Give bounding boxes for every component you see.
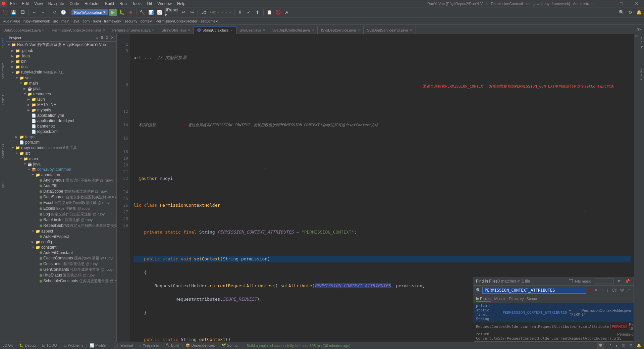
settings-status-btn[interactable]: ⚙ [629, 343, 633, 348]
tree-ratelimiter[interactable]: ▶ RateLimiter 限流注解 @ ruoyi [6, 217, 116, 223]
close-btn[interactable]: ✕ [629, 0, 644, 7]
debug-btn[interactable]: 🐛 [118, 9, 125, 16]
find-result-2[interactable]: return Convert.toStr(RequestContextHolde… [473, 331, 634, 341]
word-btn[interactable]: W [619, 288, 625, 293]
breadcrumb-item-5[interactable]: com [83, 19, 90, 23]
tree-banner[interactable]: ▶ 📄 banner.txt [6, 123, 116, 129]
tree-scheduleconstants[interactable]: ▶ ScheduleConstants 任务调度通用常量 @ ruoyi [6, 278, 116, 284]
no-btn[interactable]: 🚫 [274, 9, 282, 16]
tree-cacheconstants[interactable]: ▶ CacheConstants 缓存的key 常量 @ ruoyi [6, 255, 116, 261]
clear-search-btn[interactable]: ✕ [593, 288, 599, 293]
tab-permissionservice[interactable]: PermissionService.java ✕ [109, 26, 158, 34]
tree-excels[interactable]: ▶ Excels Excel注解集 @ ruoyi [6, 206, 116, 211]
tree-src1[interactable]: ▼ 📁 src [6, 75, 116, 81]
find-tab-module[interactable]: Module [494, 296, 506, 302]
menu-file[interactable]: File [7, 1, 19, 7]
tree-mybatis[interactable]: ▶ 📁 mybatis [6, 107, 116, 113]
refresh-btn[interactable]: ↺ [51, 9, 58, 16]
breadcrumb-item-1[interactable]: ruoyi-framework [23, 19, 50, 23]
spring-panel-btn[interactable]: 🌱 Spring [221, 343, 238, 348]
tab-datascopeaspect[interactable]: DataScopeAspect.java ✕ [0, 26, 48, 34]
tree-root[interactable]: ▼ 📁 RuoYi-Vue 若依管理系统 E:\gitRepos2\RuoYi-… [6, 42, 116, 48]
menu-navigate[interactable]: Navigate [46, 1, 67, 7]
project-panel-btn[interactable]: Project [1, 36, 5, 52]
bookmarks-panel-btn[interactable]: Bookmarks [1, 142, 5, 162]
breadcrumb-item-9[interactable]: context [141, 19, 152, 23]
history-btn[interactable]: 🕐 [60, 9, 67, 16]
tab-stringutils-class-close[interactable]: ✕ [230, 29, 233, 32]
menu-build[interactable]: Build [102, 1, 117, 7]
tree-doc[interactable]: ▶ 📁 doc [6, 64, 116, 69]
save-btn[interactable]: 💾 [10, 9, 17, 16]
sidebar-sort-icon[interactable]: ⇅ [100, 36, 103, 40]
build-btn[interactable]: 🔨 [139, 9, 146, 16]
file-mask-checkbox[interactable] [569, 279, 573, 283]
git-panel-btn[interactable]: ⎇ Git [3, 343, 13, 348]
tree-autofill[interactable]: ▶ AutoFill [6, 183, 116, 189]
tab-more-btn[interactable]: ≫ [634, 25, 644, 34]
commit-panel-btn[interactable]: Commit [1, 92, 5, 107]
aws-panel-btn[interactable]: AWS [1, 181, 5, 190]
tab-sysdeptserviceimpl[interactable]: SysDeptServiceImpl.java ✕ [364, 26, 416, 34]
menu-view[interactable]: View [32, 1, 46, 7]
build-panel-btn[interactable]: 🔨 Build [165, 343, 179, 348]
problems-panel-btn[interactable]: ⚠ Problems [63, 343, 84, 348]
forward-btn[interactable]: → [39, 9, 47, 16]
profiler-panel-btn[interactable]: 📊 Profiler [90, 343, 107, 348]
dependencies-panel-btn[interactable]: 📦 Dependencies [185, 343, 215, 348]
vcs-commit[interactable]: ✓ [245, 9, 253, 16]
filter-btn[interactable]: ▼ [616, 279, 622, 284]
regex-btn[interactable]: .* [626, 288, 631, 293]
sidebar-settings-icon[interactable]: ⚙ [105, 36, 109, 40]
tree-main1[interactable]: ▼ 📁 main [6, 81, 116, 86]
tab-sysuser[interactable]: SysUser.java ✕ [236, 26, 269, 34]
breadcrumb-item-2[interactable]: src [53, 19, 58, 23]
tab-stringutils-close[interactable]: ✕ [187, 28, 190, 32]
tree-pom[interactable]: ▶ 📄 pom.xml [6, 140, 116, 145]
breadcrumb-item-10[interactable]: PermissionContextHolder [156, 19, 198, 23]
back-btn[interactable]: ← [31, 9, 38, 16]
stop-btn[interactable]: ■ [127, 9, 134, 16]
tree-bin[interactable]: ▶ 📁 bin [6, 59, 116, 64]
lang-btn[interactable]: 中 [597, 342, 604, 349]
structure-panel-btn[interactable]: Structure [1, 60, 5, 81]
terminal-panel-btn[interactable]: ⬛ Terminal [113, 343, 133, 348]
tree-datasource[interactable]: ▶ DataSource 自定义多数据源切换注解 @ ruoyi [6, 194, 116, 200]
tree-repeatsubmit[interactable]: ▶ RepeatSubmit 自定义注解防止表单重复提交 @ ruoyi [6, 223, 116, 229]
tree-appyml[interactable]: ▶ 📄 application.yml [6, 113, 116, 118]
save-all-btn[interactable]: 🖫 [19, 9, 26, 16]
tree-main2[interactable]: ▼ 📁 main [6, 156, 116, 161]
menu-code[interactable]: Code [67, 1, 82, 7]
coverage-btn[interactable]: 📊 [147, 9, 155, 16]
tab-permservice-close[interactable]: ✕ [152, 28, 155, 32]
tab-permissioncontextholder[interactable]: PermissionContextHolder.java ✕ [48, 26, 109, 34]
tab-permission-close[interactable]: ✕ [103, 28, 105, 32]
tab-datascopeaspect-close[interactable]: ✕ [42, 28, 45, 32]
menu-help[interactable]: Help [174, 1, 188, 7]
project-dropdown[interactable]: RuoYiApplication ▾ [71, 9, 108, 15]
sidebar-gear-icon[interactable]: ✕ [111, 36, 114, 40]
search-everywhere-btn[interactable]: 🔍 [618, 9, 625, 16]
tab-stringutils-class[interactable]: 🅒 StringUtils.class ✕ [194, 26, 236, 34]
redo-btn[interactable]: ↪ [188, 9, 196, 16]
find-tab-inproject[interactable]: In Project [476, 296, 491, 302]
tree-aspect[interactable]: ▼ 📁 aspect [6, 229, 116, 234]
jrebel-btn[interactable]: JRebel ▾ [168, 9, 175, 16]
breadcrumb-item-0[interactable]: RuoYi-Vue [3, 19, 20, 23]
vcs-update[interactable]: ⬇ [236, 9, 244, 16]
tree-autofillconstant[interactable]: ▶ AutoFillConstant [6, 250, 116, 255]
match-case-btn[interactable]: Cc [611, 288, 618, 293]
tree-target[interactable]: ▶ 📁 target [6, 134, 116, 140]
vcs-push[interactable]: ⬆ [254, 9, 261, 16]
tab-stringutils[interactable]: StringUtils.java ✕ [158, 26, 194, 34]
prev-result-btn[interactable]: ↑ [600, 288, 604, 293]
tree-excel[interactable]: ▶ Excel 自定义导出Excel数据注解 @ ruoyi [6, 200, 116, 206]
tab-isysdept-close[interactable]: ✕ [357, 28, 360, 32]
tree-resources[interactable]: ▼ 📁 resources [6, 91, 116, 97]
tab-sysdeptctrl-close[interactable]: ✕ [311, 28, 314, 32]
translate-btn[interactable]: A [283, 9, 290, 16]
tree-ruoyicommon[interactable]: ▼ 📁 ruoyi-common common通用工具 [6, 145, 116, 151]
breadcrumb-item-3[interactable]: main [61, 19, 69, 23]
breadcrumb-item-8[interactable]: security [124, 19, 137, 23]
editor-scrollbar[interactable] [634, 34, 638, 342]
